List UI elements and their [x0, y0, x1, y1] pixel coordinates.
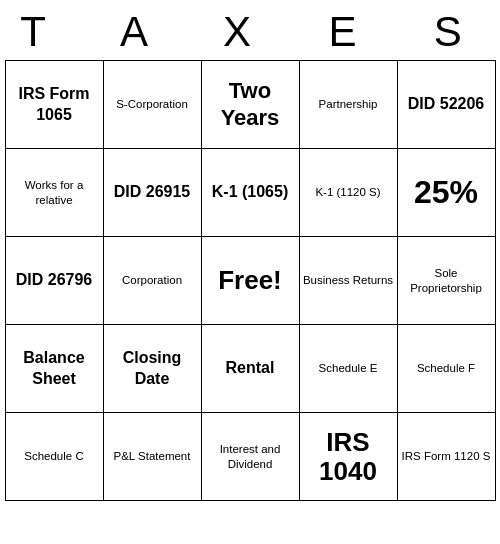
- cell-r4-c2: Interest and Dividend: [201, 413, 299, 501]
- cell-r2-c2: Free!: [201, 237, 299, 325]
- cell-r4-c1: P&L Statement: [103, 413, 201, 501]
- bingo-title: T A X E S: [0, 0, 500, 60]
- cell-r2-c0: DID 26796: [5, 237, 103, 325]
- cell-r3-c2: Rental: [201, 325, 299, 413]
- cell-r1-c4: 25%: [397, 149, 495, 237]
- cell-r4-c4: IRS Form 1120 S: [397, 413, 495, 501]
- cell-r1-c3: K-1 (1120 S): [299, 149, 397, 237]
- cell-r2-c3: Business Returns: [299, 237, 397, 325]
- cell-r0-c2: Two Years: [201, 61, 299, 149]
- cell-r3-c3: Schedule E: [299, 325, 397, 413]
- cell-r0-c3: Partnership: [299, 61, 397, 149]
- cell-r1-c0: Works for a relative: [5, 149, 103, 237]
- bingo-grid: IRS Form 1065S-CorporationTwo YearsPartn…: [5, 60, 496, 501]
- cell-r4-c3: IRS 1040: [299, 413, 397, 501]
- cell-r3-c1: Closing Date: [103, 325, 201, 413]
- cell-r1-c1: DID 26915: [103, 149, 201, 237]
- cell-r2-c4: Sole Proprietorship: [397, 237, 495, 325]
- cell-r2-c1: Corporation: [103, 237, 201, 325]
- cell-r0-c4: DID 52206: [397, 61, 495, 149]
- title-text: T A X E S: [20, 8, 480, 55]
- cell-r3-c0: Balance Sheet: [5, 325, 103, 413]
- cell-r0-c1: S-Corporation: [103, 61, 201, 149]
- cell-r3-c4: Schedule F: [397, 325, 495, 413]
- cell-r0-c0: IRS Form 1065: [5, 61, 103, 149]
- cell-r4-c0: Schedule C: [5, 413, 103, 501]
- cell-r1-c2: K-1 (1065): [201, 149, 299, 237]
